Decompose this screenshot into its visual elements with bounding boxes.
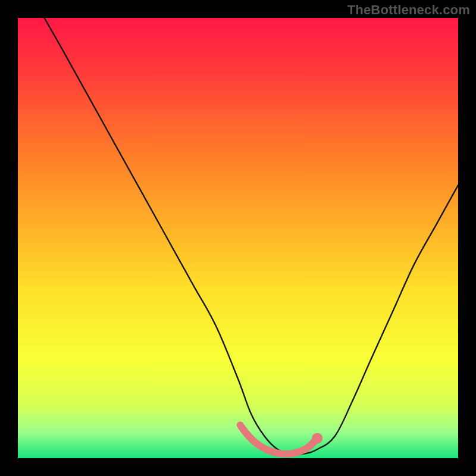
optimal-range-end-marker <box>312 433 322 444</box>
watermark-text: TheBottleneck.com <box>347 2 470 18</box>
gradient-background <box>18 18 458 458</box>
bottleneck-chart <box>0 0 476 476</box>
